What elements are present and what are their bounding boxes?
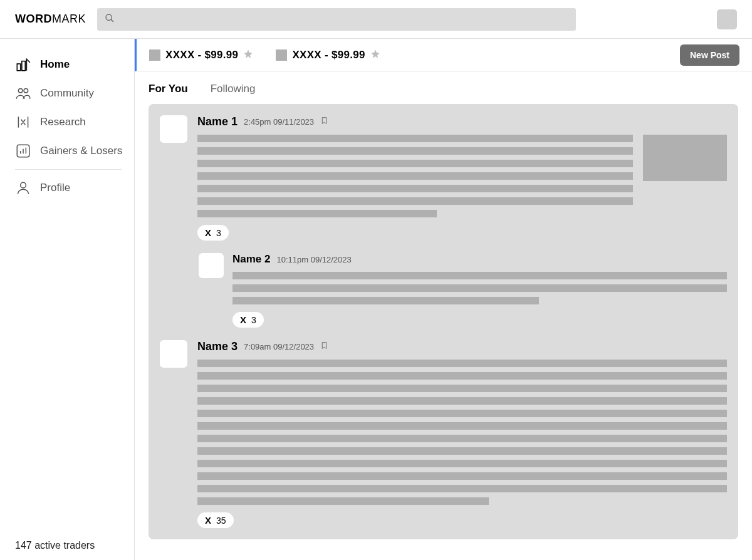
reaction-count: 3 [216,228,221,238]
post-body: Name 3 7:09am 09/12/2023 X [197,340,727,528]
svg-rect-3 [22,61,25,71]
star-icon[interactable] [370,49,380,61]
reaction-x-icon: X [240,314,246,325]
ticker-label: XXXX - $99.99 [165,49,238,61]
chart-icon [15,143,31,159]
tab-for-you[interactable]: For You [149,83,188,95]
svg-point-4 [18,88,23,93]
search-input[interactable] [97,8,576,31]
reaction-count: 35 [216,516,226,526]
reaction-count: 3 [251,315,256,325]
active-traders-count: 147 active traders [0,531,134,560]
post-header: Name 2 10:11pm 09/12/2023 [232,253,727,266]
sidebar-item-gainers-losers[interactable]: Gainers & Losers [15,137,127,165]
home-icon [15,56,31,73]
post-timestamp: 10:11pm 09/12/2023 [276,255,351,264]
sidebar: Home Community Research Gainers & Losers [0,39,135,560]
bookmark-icon[interactable] [320,116,328,128]
sidebar-item-research[interactable]: Research [15,108,127,137]
user-avatar[interactable] [717,9,737,29]
research-icon [15,114,31,130]
bookmark-icon[interactable] [320,341,328,353]
svg-rect-2 [17,64,20,71]
svg-point-10 [21,182,26,188]
sidebar-item-label: Home [40,58,70,71]
svg-point-0 [106,14,112,20]
sidebar-item-label: Community [40,87,94,100]
reaction-x-icon: X [205,227,211,238]
layout: Home Community Research Gainers & Losers [0,39,752,560]
post-body: Name 1 2:45pm 09/11/2023 [197,115,727,241]
sidebar-list-2: Profile [0,174,134,202]
star-icon[interactable] [243,49,253,61]
reaction-pill[interactable]: X 3 [232,312,264,328]
post-author[interactable]: Name 2 [232,253,270,266]
sidebar-item-label: Gainers & Losers [40,145,122,157]
sidebar-item-community[interactable]: Community [15,79,127,108]
search-icon [105,13,115,26]
post-header: Name 1 2:45pm 09/11/2023 [197,115,727,128]
post-body: Name 2 10:11pm 09/12/2023 X 3 [232,253,727,328]
post: Name 1 2:45pm 09/11/2023 [160,115,727,241]
post-author[interactable]: Name 3 [197,340,238,353]
post-text-placeholder [197,360,727,505]
sidebar-item-profile[interactable]: Profile [15,174,127,202]
post-timestamp: 2:45pm 09/11/2023 [244,117,314,127]
avatar[interactable] [199,253,224,278]
reaction-x-icon: X [205,515,211,526]
sidebar-item-home[interactable]: Home [15,50,127,79]
ticker-label: XXXX - $99.99 [292,49,365,61]
ticker-symbol: XXXX [165,49,195,61]
header: WORDMARK [0,0,752,39]
svg-point-5 [24,88,28,93]
tab-following[interactable]: Following [211,83,256,95]
post-text-placeholder [232,272,727,304]
new-post-button[interactable]: New Post [680,44,739,66]
feed-tabs: For You Following [135,71,752,104]
ticker-item[interactable]: XXXX - $99.99 [276,49,380,61]
post-author[interactable]: Name 1 [197,115,238,128]
post-text-placeholder [197,135,633,222]
sidebar-item-label: Profile [40,182,70,194]
ticker-symbol: XXXX [292,49,321,61]
reaction-pill[interactable]: X 35 [197,512,234,528]
ticker-price: $99.99 [205,49,239,61]
sidebar-divider [15,169,122,170]
feed: Name 1 2:45pm 09/11/2023 [149,104,738,539]
ticker-swatch [149,49,160,61]
post-reply: Name 2 10:11pm 09/12/2023 X 3 [199,253,727,328]
post-timestamp: 7:09am 09/12/2023 [244,342,314,351]
post-header: Name 3 7:09am 09/12/2023 [197,340,727,353]
post-image[interactable] [643,135,727,181]
ticker-price: $99.99 [332,49,365,61]
ticker-item[interactable]: XXXX - $99.99 [149,49,253,61]
logo: WORDMARK [15,13,86,26]
ticker-swatch [276,49,287,61]
sidebar-item-label: Research [40,116,86,128]
logo-bold: WORD [15,13,52,25]
svg-line-1 [111,19,113,22]
avatar[interactable] [160,340,187,368]
main: XXXX - $99.99 XXXX - $99.99 New Post For… [135,39,752,560]
logo-light: MARK [52,13,86,25]
avatar[interactable] [160,115,187,143]
reaction-pill[interactable]: X 3 [197,225,229,241]
post-content [197,135,727,222]
sidebar-list: Home Community Research Gainers & Losers [0,50,134,165]
ticker-bar: XXXX - $99.99 XXXX - $99.99 New Post [135,39,752,71]
profile-icon [15,180,31,196]
post: Name 3 7:09am 09/12/2023 X [160,340,727,528]
community-icon [15,85,31,101]
